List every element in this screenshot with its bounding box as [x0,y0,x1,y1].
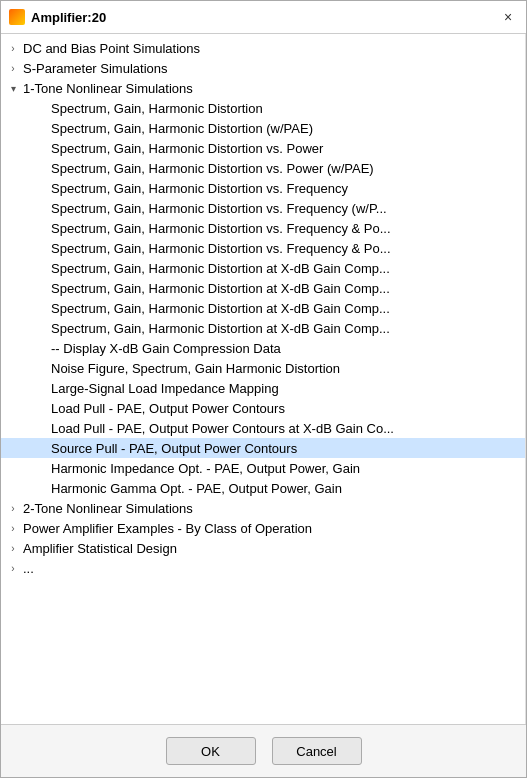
tree-item-pa-examples[interactable]: Power Amplifier Examples - By Class of O… [1,518,525,538]
tree-item-item14[interactable]: Noise Figure, Spectrum, Gain Harmonic Di… [1,358,525,378]
tree-item-item17[interactable]: Load Pull - PAE, Output Power Contours a… [1,418,525,438]
tree-item-item8[interactable]: Spectrum, Gain, Harmonic Distortion vs. … [1,238,525,258]
expander-amp-stat [5,540,21,556]
item-label-item10: Spectrum, Gain, Harmonic Distortion at X… [51,281,521,296]
item-label-pa-examples: Power Amplifier Examples - By Class of O… [23,521,521,536]
app-icon [9,9,25,25]
tree-item-item1[interactable]: Spectrum, Gain, Harmonic Distortion [1,98,525,118]
item-label-item12: Spectrum, Gain, Harmonic Distortion at X… [51,321,521,336]
item-label-item14: Noise Figure, Spectrum, Gain Harmonic Di… [51,361,521,376]
tree-item-1-tone[interactable]: 1-Tone Nonlinear Simulations [1,78,525,98]
title-bar: Amplifier:20 × [1,1,526,34]
ok-button[interactable]: OK [166,737,256,765]
item-label-item3: Spectrum, Gain, Harmonic Distortion vs. … [51,141,521,156]
item-label-dc-bias: DC and Bias Point Simulations [23,41,521,56]
tree-list: DC and Bias Point SimulationsS-Parameter… [1,34,526,724]
item-label-item7: Spectrum, Gain, Harmonic Distortion vs. … [51,221,521,236]
tree-item-item13[interactable]: -- Display X-dB Gain Compression Data [1,338,525,358]
item-label-item16: Load Pull - PAE, Output Power Contours [51,401,521,416]
tree-item-item5[interactable]: Spectrum, Gain, Harmonic Distortion vs. … [1,178,525,198]
item-label-item2: Spectrum, Gain, Harmonic Distortion (w/P… [51,121,521,136]
close-button[interactable]: × [498,7,518,27]
expander-s-param [5,60,21,76]
tree-item-item7[interactable]: Spectrum, Gain, Harmonic Distortion vs. … [1,218,525,238]
item-label-amp-stat: Amplifier Statistical Design [23,541,521,556]
item-label-item20: Harmonic Gamma Opt. - PAE, Output Power,… [51,481,521,496]
item-label-item8: Spectrum, Gain, Harmonic Distortion vs. … [51,241,521,256]
item-label-1-tone: 1-Tone Nonlinear Simulations [23,81,521,96]
item-label-2-tone: 2-Tone Nonlinear Simulations [23,501,521,516]
item-label-item1: Spectrum, Gain, Harmonic Distortion [51,101,521,116]
tree-item-item19[interactable]: Harmonic Impedance Opt. - PAE, Output Po… [1,458,525,478]
item-label-item13: -- Display X-dB Gain Compression Data [51,341,521,356]
tree-item-item11[interactable]: Spectrum, Gain, Harmonic Distortion at X… [1,298,525,318]
tree-item-amp-stat[interactable]: Amplifier Statistical Design [1,538,525,558]
cancel-button[interactable]: Cancel [272,737,362,765]
item-label-s-param: S-Parameter Simulations [23,61,521,76]
item-label-item11: Spectrum, Gain, Harmonic Distortion at X… [51,301,521,316]
expander-2-tone [5,500,21,516]
item-label-more: ... [23,561,521,576]
item-label-item19: Harmonic Impedance Opt. - PAE, Output Po… [51,461,521,476]
tree-item-item15[interactable]: Large-Signal Load Impedance Mapping [1,378,525,398]
item-label-item18: Source Pull - PAE, Output Power Contours [51,441,521,456]
tree-item-item6[interactable]: Spectrum, Gain, Harmonic Distortion vs. … [1,198,525,218]
item-label-item15: Large-Signal Load Impedance Mapping [51,381,521,396]
tree-item-2-tone[interactable]: 2-Tone Nonlinear Simulations [1,498,525,518]
tree-item-item16[interactable]: Load Pull - PAE, Output Power Contours [1,398,525,418]
expander-pa-examples [5,520,21,536]
dialog-title: Amplifier:20 [31,10,106,25]
tree-item-item18[interactable]: Source Pull - PAE, Output Power Contours [1,438,525,458]
tree-item-item20[interactable]: Harmonic Gamma Opt. - PAE, Output Power,… [1,478,525,498]
tree-item-item2[interactable]: Spectrum, Gain, Harmonic Distortion (w/P… [1,118,525,138]
tree-item-item4[interactable]: Spectrum, Gain, Harmonic Distortion vs. … [1,158,525,178]
tree-item-item12[interactable]: Spectrum, Gain, Harmonic Distortion at X… [1,318,525,338]
tree-item-dc-bias[interactable]: DC and Bias Point Simulations [1,38,525,58]
tree-item-s-param[interactable]: S-Parameter Simulations [1,58,525,78]
dialog-window: Amplifier:20 × DC and Bias Point Simulat… [0,0,527,778]
expander-1-tone [5,80,21,96]
item-label-item5: Spectrum, Gain, Harmonic Distortion vs. … [51,181,521,196]
item-label-item4: Spectrum, Gain, Harmonic Distortion vs. … [51,161,521,176]
tree-item-item9[interactable]: Spectrum, Gain, Harmonic Distortion at X… [1,258,525,278]
item-label-item6: Spectrum, Gain, Harmonic Distortion vs. … [51,201,521,216]
tree-item-item3[interactable]: Spectrum, Gain, Harmonic Distortion vs. … [1,138,525,158]
footer: OK Cancel [1,724,526,777]
tree-item-item10[interactable]: Spectrum, Gain, Harmonic Distortion at X… [1,278,525,298]
expander-dc-bias [5,40,21,56]
expander-more [5,560,21,576]
tree-item-more[interactable]: ... [1,558,525,578]
item-label-item9: Spectrum, Gain, Harmonic Distortion at X… [51,261,521,276]
item-label-item17: Load Pull - PAE, Output Power Contours a… [51,421,521,436]
title-bar-left: Amplifier:20 [9,9,106,25]
